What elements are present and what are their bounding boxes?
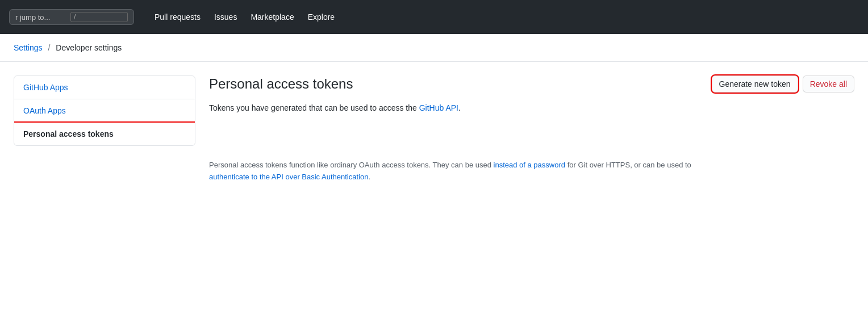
sidebar-item-oauth-apps[interactable]: OAuth Apps [14, 99, 195, 123]
page-title: Personal access tokens [209, 76, 353, 92]
authenticate-api-link[interactable]: authenticate to the API over Basic Authe… [209, 173, 368, 181]
nav-explore[interactable]: Explore [308, 12, 335, 22]
sidebar-label-personal-access-tokens: Personal access tokens [23, 129, 114, 138]
search-placeholder: r jump to... [15, 13, 66, 22]
footer-note-middle: for Git over HTTPS, or can be used to [565, 161, 691, 169]
header-buttons: Generate new token Revoke all [712, 75, 854, 93]
nav-pull-requests[interactable]: Pull requests [155, 12, 201, 22]
top-navigation: r jump to... / Pull requests Issues Mark… [0, 0, 868, 34]
sidebar-item-personal-access-tokens[interactable]: Personal access tokens [14, 123, 195, 145]
sidebar-link-oauth-apps[interactable]: OAuth Apps [23, 106, 66, 115]
revoke-all-button[interactable]: Revoke all [803, 75, 854, 93]
instead-of-password-link[interactable]: instead of a password [494, 161, 565, 169]
sidebar-link-github-apps[interactable]: GitHub Apps [23, 83, 68, 92]
topnav-links: Pull requests Issues Marketplace Explore [155, 12, 335, 22]
github-api-link[interactable]: GitHub API [419, 103, 458, 112]
description-text: Tokens you have generated that can be us… [209, 102, 854, 114]
content-header: Personal access tokens Generate new toke… [209, 75, 854, 93]
generate-new-token-button[interactable]: Generate new token [712, 75, 798, 93]
main-container: GitHub Apps OAuth Apps Personal access t… [0, 62, 868, 197]
sidebar-item-github-apps[interactable]: GitHub Apps [14, 76, 195, 99]
description-suffix: . [458, 103, 461, 112]
content-area: Personal access tokens Generate new toke… [209, 75, 854, 183]
breadcrumb-current: Developer settings [56, 43, 122, 52]
footer-note-prefix: Personal access tokens function like ord… [209, 161, 494, 169]
slash-shortcut: / [70, 12, 128, 22]
sidebar: GitHub Apps OAuth Apps Personal access t… [14, 75, 195, 146]
breadcrumb: Settings / Developer settings [0, 34, 868, 62]
nav-marketplace[interactable]: Marketplace [251, 12, 294, 22]
description-prefix: Tokens you have generated that can be us… [209, 103, 419, 112]
nav-issues[interactable]: Issues [214, 12, 237, 22]
search-box[interactable]: r jump to... / [9, 9, 134, 25]
footer-note: Personal access tokens function like ord… [209, 159, 720, 183]
breadcrumb-settings-link[interactable]: Settings [14, 43, 43, 52]
breadcrumb-separator: / [48, 43, 50, 52]
footer-note-suffix: . [368, 173, 370, 181]
